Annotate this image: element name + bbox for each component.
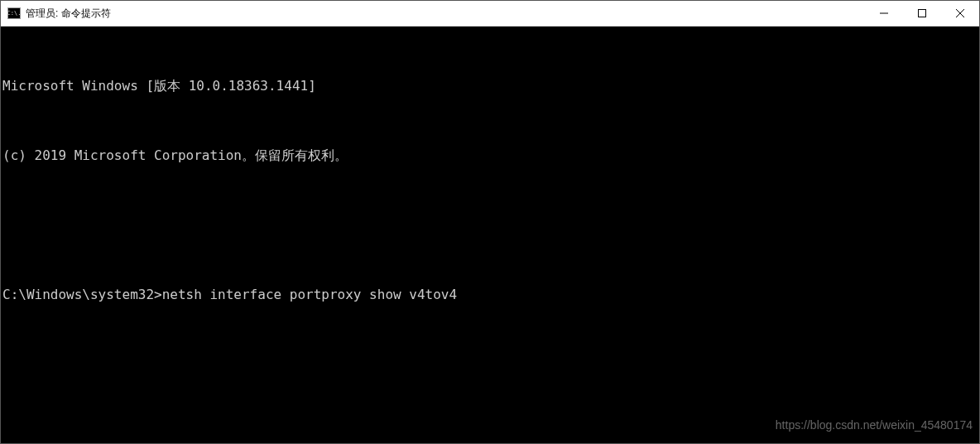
watermark: https://blog.csdn.net/weixin_45480174 — [776, 413, 973, 437]
cmd-icon: C:\. — [7, 7, 21, 19]
command-prompt-window: C:\. 管理员: 命令提示符 Microsoft Windows [版本 10… — [0, 0, 980, 444]
terminal-output[interactable]: Microsoft Windows [版本 10.0.18363.1441] (… — [1, 27, 979, 443]
window-title: 管理员: 命令提示符 — [26, 7, 111, 21]
maximize-button[interactable] — [903, 1, 941, 26]
minimize-button[interactable] — [865, 1, 903, 26]
minimize-icon — [880, 9, 888, 17]
maximize-icon — [918, 9, 926, 17]
command-line-1: C:\Windows\system32>netsh interface port… — [2, 283, 978, 306]
close-button[interactable] — [941, 1, 979, 26]
copyright-line: (c) 2019 Microsoft Corporation。保留所有权利。 — [2, 144, 978, 167]
titlebar[interactable]: C:\. 管理员: 命令提示符 — [1, 1, 979, 27]
version-line: Microsoft Windows [版本 10.0.18363.1441] — [2, 75, 978, 98]
svg-rect-1 — [919, 10, 926, 17]
close-icon — [956, 9, 964, 17]
